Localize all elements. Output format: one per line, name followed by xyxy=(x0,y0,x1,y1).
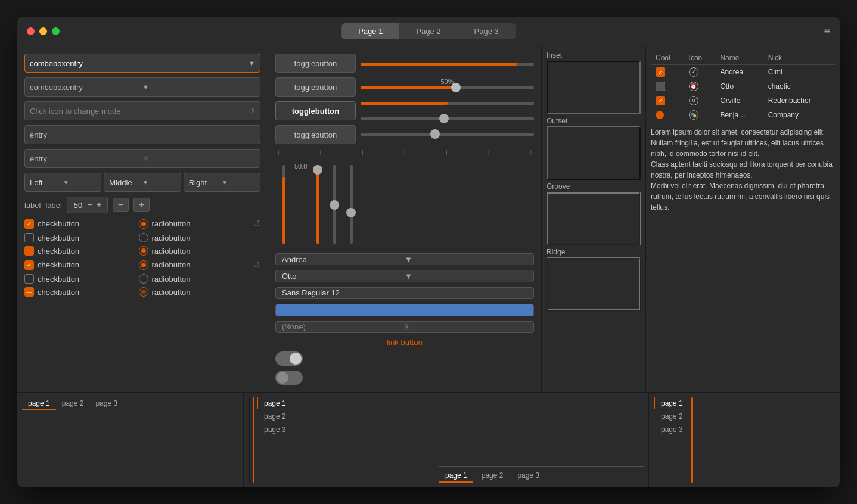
close-button[interactable] xyxy=(27,27,35,35)
copy-icon[interactable]: ⎘ xyxy=(405,322,527,331)
combo-otto[interactable]: Otto ▼ xyxy=(275,270,534,282)
dropdown-left-arrow[interactable]: ▼ xyxy=(63,179,97,186)
hslider-1[interactable] xyxy=(361,63,534,66)
spinbox[interactable]: 50 − + xyxy=(67,197,108,213)
hslider-4[interactable] xyxy=(361,117,534,120)
spin-row-decrement[interactable]: − xyxy=(113,198,129,212)
checkbox-1[interactable] xyxy=(24,219,34,229)
hslider-5[interactable] xyxy=(361,133,534,136)
switch-1[interactable] xyxy=(275,351,303,366)
bottom-q4-tab1[interactable]: page 1 xyxy=(654,397,689,409)
combobox-inactive[interactable]: comboboxentry ▼ xyxy=(24,77,260,97)
row-andrea-cool[interactable] xyxy=(656,67,665,77)
hslider-3[interactable] xyxy=(361,102,534,105)
togglebutton-1[interactable]: togglebutton xyxy=(275,54,356,73)
hslider-2[interactable]: 50% xyxy=(361,78,534,89)
bottom-q2-tab2[interactable]: page 2 xyxy=(257,410,292,422)
dropdown-right[interactable]: Right ▼ xyxy=(184,173,260,192)
entry-plain[interactable]: entry xyxy=(24,125,260,144)
bottom-q3-tab2[interactable]: page 2 xyxy=(476,469,510,483)
none-selector[interactable]: (None) ⎘ xyxy=(275,321,534,333)
togglebutton-3[interactable]: togglebutton xyxy=(275,101,356,120)
maximize-button[interactable] xyxy=(52,27,60,35)
checkbox-4[interactable] xyxy=(24,260,34,270)
frame-ridge xyxy=(547,257,641,311)
tab-page1[interactable]: Page 1 xyxy=(341,23,399,39)
checkbutton-3[interactable]: checkbutton xyxy=(24,246,134,256)
row-benja-cool[interactable] xyxy=(656,111,664,119)
table-row-otto[interactable]: ⏰ Otto chaotic xyxy=(651,79,835,94)
dropdown-row: Left ▼ Middle ▼ Right ▼ xyxy=(24,173,260,192)
color-button[interactable] xyxy=(275,304,534,316)
combobox-active[interactable]: ▼ xyxy=(24,54,260,73)
table-row-benja[interactable]: 🎭 Benja… Company xyxy=(651,108,835,122)
bottom-q2-tab1[interactable]: page 1 xyxy=(257,397,292,409)
bottom-q1-tab3[interactable]: page 3 xyxy=(89,397,123,410)
radio-1[interactable] xyxy=(139,219,148,229)
combobox-arrow[interactable]: ▼ xyxy=(249,60,255,67)
entry-mode[interactable]: Click icon to change mode ↺ xyxy=(24,101,260,120)
row-andrea-icon: ✓ xyxy=(689,67,698,77)
combo-otto-arrow[interactable]: ▼ xyxy=(405,272,527,281)
spinbox-decrement[interactable]: − xyxy=(85,200,94,210)
vslider-2[interactable] xyxy=(312,163,324,246)
bottom-q1-tab1[interactable]: page 1 xyxy=(22,397,56,410)
combobox-inactive-arrow[interactable]: ▼ xyxy=(142,83,255,91)
combo-andrea[interactable]: Andrea ▼ xyxy=(275,253,534,265)
bottom-q4-tab3[interactable]: page 3 xyxy=(654,424,689,435)
row-otto-cool[interactable] xyxy=(656,82,665,91)
bottom-q1-tab2[interactable]: page 2 xyxy=(56,397,90,410)
checkbutton-1[interactable]: checkbutton xyxy=(24,219,134,229)
checkbox-6[interactable] xyxy=(24,287,34,297)
combo-andrea-arrow[interactable]: ▼ xyxy=(405,255,527,264)
bottom-q3-tab3[interactable]: page 3 xyxy=(511,469,545,483)
spinbox-increment[interactable]: + xyxy=(94,200,103,210)
checkbutton-5[interactable]: checkbutton xyxy=(24,274,134,284)
checkbutton-2[interactable]: checkbutton xyxy=(24,233,134,242)
dropdown-left[interactable]: Left ▼ xyxy=(24,173,101,192)
dropdown-right-arrow[interactable]: ▼ xyxy=(222,179,255,186)
refresh-icon[interactable]: ↺ xyxy=(249,107,255,116)
bottom-q2-tab3[interactable]: page 3 xyxy=(257,424,292,435)
radiobutton-5[interactable]: radiobutton xyxy=(139,274,249,284)
tab-page3[interactable]: Page 3 xyxy=(458,23,516,39)
radio-4[interactable] xyxy=(139,260,148,270)
font-selector[interactable]: Sans Regular 12 xyxy=(275,287,534,299)
table-row-orville[interactable]: ↺ Orville Redenbacher xyxy=(651,94,835,108)
spin-row-increment[interactable]: + xyxy=(133,198,150,212)
radio-5[interactable] xyxy=(139,274,148,284)
radiobutton-1[interactable]: radiobutton xyxy=(139,219,249,229)
menu-icon[interactable]: ≡ xyxy=(824,25,830,38)
radiobutton-4[interactable]: radiobutton xyxy=(139,260,249,270)
entry-clearable[interactable]: entry ✕ xyxy=(24,149,260,168)
combobox-input[interactable] xyxy=(30,59,249,68)
radiobutton-6[interactable]: radiobutton xyxy=(139,287,249,297)
bottom-q3-tab1[interactable]: page 1 xyxy=(439,469,473,483)
tab-page2[interactable]: Page 2 xyxy=(399,23,457,39)
row-orville-cool[interactable] xyxy=(656,96,665,105)
vslider-4[interactable] xyxy=(345,163,357,246)
checkbox-2[interactable] xyxy=(24,233,34,242)
radiobutton-3[interactable]: radiobutton xyxy=(139,246,249,256)
link-button[interactable]: link button xyxy=(387,338,422,347)
bottom-q4-tab2[interactable]: page 2 xyxy=(654,410,689,422)
radio-6[interactable] xyxy=(139,287,148,297)
vslider-3[interactable] xyxy=(328,163,340,246)
switch-2[interactable] xyxy=(275,371,303,385)
checkbutton-4[interactable]: checkbutton xyxy=(24,260,134,270)
checkbox-3[interactable] xyxy=(24,246,34,256)
togglebutton-4[interactable]: togglebutton xyxy=(275,125,356,144)
vslider-1[interactable] xyxy=(278,163,290,246)
minimize-button[interactable] xyxy=(39,27,47,35)
entry-clear-button[interactable]: ✕ xyxy=(142,154,255,163)
dropdown-middle-arrow[interactable]: ▼ xyxy=(142,179,176,186)
table-row-andrea[interactable]: ✓ Andrea Cimi xyxy=(651,65,835,80)
radiobutton-6-label: radiobutton xyxy=(152,288,191,297)
radiobutton-2[interactable]: radiobutton xyxy=(139,233,249,242)
checkbutton-6[interactable]: checkbutton xyxy=(24,287,134,297)
togglebutton-2[interactable]: togglebutton xyxy=(275,77,356,97)
checkbox-5[interactable] xyxy=(24,274,34,284)
dropdown-middle[interactable]: Middle ▼ xyxy=(104,173,181,192)
radio-3[interactable] xyxy=(139,246,148,256)
radio-2[interactable] xyxy=(139,233,148,242)
